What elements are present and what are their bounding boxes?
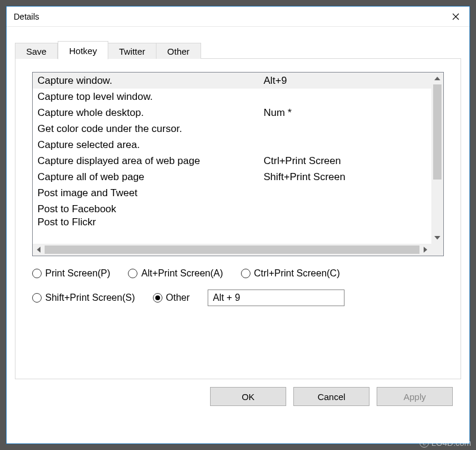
hotkey-list-items: Capture window. Alt+9 Capture top level … <box>33 73 431 244</box>
tab-strip: Save Hotkey Twitter Other <box>15 41 461 59</box>
radio-icon <box>153 293 162 303</box>
vertical-scrollbar[interactable] <box>431 73 443 244</box>
scroll-left-icon[interactable] <box>33 244 45 256</box>
tab-page-hotkey: Capture window. Alt+9 Capture top level … <box>15 58 461 379</box>
tab-other[interactable]: Other <box>156 43 201 59</box>
hotkey-input[interactable] <box>208 289 345 306</box>
window-title: Details <box>14 12 39 21</box>
list-item[interactable]: Capture selected area. <box>33 137 431 153</box>
scroll-thumb[interactable] <box>433 84 441 180</box>
radio-alt-print-screen[interactable]: Alt+Print Screen(A) <box>128 268 223 279</box>
list-item[interactable]: Capture displayed area of web page Ctrl+… <box>33 153 431 169</box>
scroll-up-icon[interactable] <box>431 73 443 84</box>
svg-marker-4 <box>37 247 40 253</box>
svg-marker-2 <box>434 77 440 80</box>
titlebar: Details <box>7 7 469 27</box>
radio-shift-print-screen[interactable]: Shift+Print Screen(S) <box>32 292 135 303</box>
ok-button[interactable]: OK <box>210 387 286 406</box>
dialog-button-row: OK Cancel Apply <box>15 380 461 406</box>
radio-icon <box>128 269 137 278</box>
list-item[interactable]: Capture all of web page Shift+Print Scre… <box>33 169 431 185</box>
list-item[interactable]: Post to Facebook <box>33 201 431 217</box>
scroll-corner <box>431 244 443 256</box>
svg-marker-5 <box>424 247 427 253</box>
hotkey-radio-row2: Shift+Print Screen(S) Other <box>32 289 444 306</box>
radio-print-screen[interactable]: Print Screen(P) <box>32 268 110 279</box>
close-icon <box>452 13 459 20</box>
apply-button[interactable]: Apply <box>377 387 453 406</box>
list-item[interactable]: Capture window. Alt+9 <box>33 73 431 89</box>
hotkey-radio-row1: Print Screen(P) Alt+Print Screen(A) Ctrl… <box>32 268 444 279</box>
list-item[interactable]: Capture top level window. <box>33 89 431 105</box>
dialog-content: Save Hotkey Twitter Other Capture window… <box>7 27 469 414</box>
tab-hotkey[interactable]: Hotkey <box>58 41 108 59</box>
details-dialog: Details Save Hotkey Twitter Other <box>6 6 470 444</box>
list-item[interactable]: Post to Flickr <box>33 217 431 228</box>
tab-save[interactable]: Save <box>15 43 58 59</box>
horizontal-scrollbar[interactable] <box>33 244 443 256</box>
close-button[interactable] <box>442 7 469 26</box>
scroll-thumb[interactable] <box>45 246 419 254</box>
cancel-button[interactable]: Cancel <box>293 387 369 406</box>
hotkey-listbox[interactable]: Capture window. Alt+9 Capture top level … <box>32 72 444 256</box>
radio-icon <box>32 293 42 303</box>
scroll-down-icon[interactable] <box>431 232 443 244</box>
svg-marker-3 <box>434 236 440 240</box>
tab-twitter[interactable]: Twitter <box>108 43 156 59</box>
radio-other[interactable]: Other <box>153 292 190 303</box>
list-item[interactable]: Get color code under the cursor. <box>33 121 431 137</box>
radio-icon <box>241 269 250 278</box>
radio-icon <box>32 269 42 278</box>
list-item[interactable]: Capture whole desktop. Num * <box>33 105 431 121</box>
radio-ctrl-print-screen[interactable]: Ctrl+Print Screen(C) <box>241 268 340 279</box>
list-item[interactable]: Post image and Tweet <box>33 185 431 201</box>
scroll-right-icon[interactable] <box>419 244 431 256</box>
